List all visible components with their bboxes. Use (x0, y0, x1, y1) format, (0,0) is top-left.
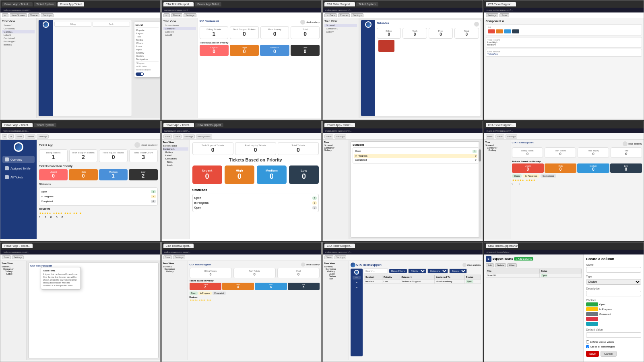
settings-6[interactable]: Settings (183, 134, 195, 139)
tree-item-s3[interactable]: Gallery2 (163, 30, 196, 33)
tab-cell4[interactable]: CTA TicketSupport... (486, 2, 516, 6)
color-medium[interactable] (504, 29, 511, 33)
menu-popular[interactable]: Popular (136, 29, 159, 32)
menu-nav[interactable]: Navigation (136, 58, 159, 61)
redo-5[interactable]: ↪ (8, 134, 14, 139)
tab-cell3[interactable]: CTA TicketSupport... (324, 2, 355, 6)
sidebar-ov-11[interactable]: Ov (353, 276, 361, 279)
tab-cell6[interactable]: Power App - Ticket... (163, 123, 194, 127)
settings-3[interactable]: Settings (351, 13, 364, 17)
sp-row-1[interactable]: Ticket 001 Open (486, 273, 582, 277)
tree-10-3[interactable]: Gallery (163, 270, 186, 273)
save-column-btn[interactable]: Save (586, 351, 599, 357)
tree-item-3[interactable]: Gallery1 (2, 30, 35, 33)
menu-ai[interactable]: AI Builder (136, 65, 159, 68)
menu-mixed[interactable]: Mixed Reality (136, 68, 159, 71)
tree-6-1[interactable]: ScreenHome (163, 144, 188, 147)
save-8[interactable]: Save (495, 134, 504, 139)
tab-cell12[interactable]: CRA TicketSupportSharepointSite (486, 244, 518, 248)
tree-3-1[interactable]: Screen1 (324, 24, 357, 27)
settings-10[interactable]: Settings (173, 255, 185, 259)
scrollbar-thumb-7[interactable] (479, 149, 481, 161)
tab-cell2-2[interactable]: Power App Ticket (195, 2, 221, 6)
menu-gallery[interactable]: Gallery (136, 54, 159, 58)
tab-cell3-2[interactable]: Ticket System (356, 2, 379, 6)
tab-cell11[interactable]: CTA TicketSupport... (324, 244, 355, 248)
tab-cell2[interactable]: CTA TicketSupport... (163, 2, 194, 6)
tab-cell8[interactable]: CTA TicketSupport... (486, 123, 516, 127)
default-input[interactable] (586, 332, 641, 338)
new-screen-btn-1[interactable]: New Screen (10, 13, 27, 17)
menu-shapes[interactable]: Shapes (136, 61, 159, 65)
cancel-column-btn[interactable]: Cancel (601, 351, 617, 357)
save-11[interactable]: Save (324, 255, 333, 259)
tree-6-5[interactable]: Container2 (163, 157, 188, 160)
theme-3[interactable]: Theme (338, 13, 350, 17)
menu-text[interactable]: Text (136, 35, 159, 38)
tree-6-2[interactable]: Container1 (163, 147, 188, 151)
priority-filter[interactable]: Priority (408, 269, 426, 273)
settings-btn-1[interactable]: Settings (41, 13, 54, 17)
settings-5[interactable]: Settings (37, 134, 49, 139)
tree-6-3[interactable]: Gallery (163, 151, 188, 154)
tab-cell10[interactable]: CTA TicketSupport... (163, 244, 194, 248)
menu-input[interactable]: Input (136, 48, 159, 51)
menu-layout[interactable]: Layout (136, 32, 159, 35)
settings-2[interactable]: Settings (184, 13, 196, 17)
color-urgent[interactable] (488, 29, 495, 33)
tree-11-6[interactable]: Icon (324, 277, 347, 280)
settings-11[interactable]: Settings (334, 255, 347, 259)
back-2[interactable]: ← (163, 13, 170, 17)
tree-item-7[interactable]: Button1 (2, 43, 35, 46)
tree-8-3[interactable]: Gallery (485, 149, 509, 151)
color-low[interactable] (512, 29, 519, 33)
tree-item-s1[interactable]: ScreenHome (163, 24, 196, 27)
tab-2[interactable]: Ticket System (34, 2, 56, 6)
tree-item-4[interactable]: Label1 (2, 33, 35, 37)
back-3[interactable]: ← Back (324, 13, 337, 17)
tree-item-5[interactable]: Container2 (2, 37, 35, 40)
tree-6-7[interactable]: Icon1 (163, 163, 188, 167)
menu-charts[interactable]: Charts (136, 41, 159, 45)
theme-btn-1[interactable]: Theme (28, 13, 40, 17)
delete-btn[interactable]: Delete (495, 263, 506, 267)
column-type-select[interactable]: Choice Text Number (586, 279, 641, 285)
tree-6-6[interactable]: Text1 (163, 160, 188, 163)
edit-btn[interactable]: Edit (486, 263, 494, 267)
settings-8[interactable]: Settings (506, 134, 518, 139)
undo-5[interactable]: ↩ (2, 134, 7, 139)
sidebar-as-11[interactable]: As (353, 281, 361, 284)
tree-item-s4[interactable]: Label3 (163, 33, 196, 37)
tab-cell7[interactable]: Power App - Ticket... (324, 123, 355, 127)
tab-cell5[interactable]: Power App - Ticket... (2, 123, 33, 127)
column-name-input[interactable] (586, 267, 641, 273)
menu-media[interactable]: Media (136, 38, 159, 41)
back-btn-1[interactable]: ← (2, 13, 8, 17)
enforce-unique-cb[interactable] (586, 340, 589, 343)
save-5[interactable]: Save (15, 134, 24, 139)
color-high[interactable] (496, 29, 503, 33)
back-8[interactable]: Back (486, 134, 494, 139)
theme-5[interactable]: Theme (25, 134, 36, 139)
tab-1[interactable]: Power App - Ticket... (2, 2, 33, 6)
column-desc-input[interactable] (586, 291, 641, 296)
save-9[interactable]: Save (2, 255, 11, 259)
tree-3-3[interactable]: Gallery (324, 30, 357, 33)
sidebar-overview-5[interactable]: Overview (2, 156, 35, 163)
add-col-btn[interactable]: + Add column (514, 257, 533, 261)
save-7[interactable]: Save (324, 134, 333, 139)
tree-item-1[interactable]: Screen1 (2, 24, 35, 27)
theme-2[interactable]: Theme (171, 13, 183, 17)
filter-btn[interactable]: Filter (507, 263, 516, 267)
tab-3[interactable]: Power App Ticket (58, 2, 84, 6)
table-row[interactable]: Incident Low Technical Support cloud aca… (364, 279, 481, 283)
status-filter[interactable]: Status (449, 269, 467, 273)
tree-7-3[interactable]: Gallery (324, 149, 347, 151)
save-10[interactable]: Save (163, 255, 172, 259)
tree-9-4[interactable]: Label (2, 273, 25, 275)
prop-datasource[interactable]: TicketApp (487, 53, 641, 55)
tab-cell9[interactable]: Power App - Ticket... (2, 244, 33, 248)
settings-9[interactable]: Settings (12, 255, 24, 259)
tree-6-4[interactable]: Label1 (163, 154, 188, 157)
tab-cell6-2[interactable]: CTA TicketSupport (195, 123, 223, 127)
